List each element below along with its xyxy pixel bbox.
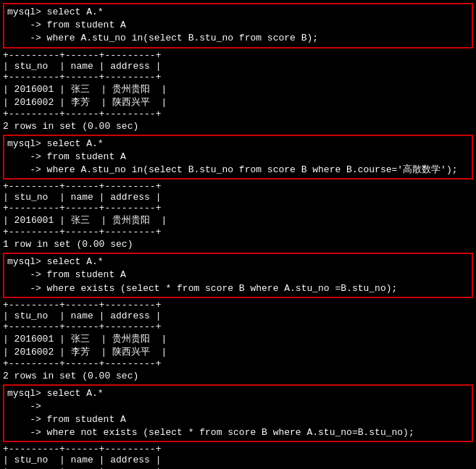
query-line-2-2: -> where A.stu_no in(select B.stu_no fro…: [7, 164, 469, 177]
table-row: | 2016001 | 张三 | 贵州贵阳 |: [3, 214, 473, 227]
query-line-1-0: mysql> select A.*: [7, 6, 469, 19]
query-line-1-1: -> from student A: [7, 19, 469, 32]
query-line-4-2: -> from student A: [7, 413, 469, 426]
status-line: 1 row in set (0.00 sec): [3, 239, 473, 250]
section-3: mysql> select A.* -> from student A -> w…: [3, 253, 473, 381]
table-sep-header: +---------+------+---------+: [3, 203, 473, 214]
table-sep-bottom: +---------+------+---------+: [3, 358, 473, 369]
table-header: | stu_no | name | address |: [3, 455, 473, 465]
table-sep-top: +---------+------+---------+: [3, 50, 473, 61]
query-block-3: mysql> select A.* -> from student A -> w…: [3, 253, 473, 298]
query-line-1-2: -> where A.stu_no in(select B.stu_no fro…: [7, 32, 469, 45]
result-block-2: +---------+------+---------+| stu_no | n…: [3, 181, 473, 237]
query-line-3-2: -> where exists (select * from score B w…: [7, 282, 469, 295]
section-2: mysql> select A.* -> from student A -> w…: [3, 135, 473, 250]
query-block-1: mysql> select A.* -> from student A -> w…: [3, 3, 473, 48]
result-block-3: +---------+------+---------+| stu_no | n…: [3, 300, 473, 369]
table-sep-header: +---------+------+---------+: [3, 72, 473, 83]
status-line: 2 rows in set (0.00 sec): [3, 371, 473, 381]
table-row: | 2016001 | 张三 | 贵州贵阳 |: [3, 83, 473, 96]
query-line-2-1: -> from student A: [7, 151, 469, 164]
table-sep-bottom: +---------+------+---------+: [3, 109, 473, 119]
terminal-window: mysql> select A.* -> from student A -> w…: [3, 3, 473, 469]
table-header: | stu_no | name | address |: [3, 310, 473, 321]
query-line-4-1: ->: [7, 400, 469, 413]
query-line-2-0: mysql> select A.*: [7, 138, 469, 151]
table-sep-header: +---------+------+---------+: [3, 465, 473, 469]
table-row: | 2016002 | 李芳 | 陕西兴平 |: [3, 345, 473, 358]
query-block-2: mysql> select A.* -> from student A -> w…: [3, 135, 473, 180]
section-4: mysql> select A.* -> -> from student A -…: [3, 384, 473, 469]
query-line-4-0: mysql> select A.*: [7, 387, 469, 400]
table-header: | stu_no | name | address |: [3, 61, 473, 72]
table-sep-bottom: +---------+------+---------+: [3, 227, 473, 237]
result-block-1: +---------+------+---------+| stu_no | n…: [3, 50, 473, 119]
table-row: | 2016002 | 李芳 | 陕西兴平 |: [3, 96, 473, 109]
status-line: 2 rows in set (0.00 sec): [3, 121, 473, 132]
query-line-4-3: -> where not exists (select * from score…: [7, 426, 469, 439]
section-1: mysql> select A.* -> from student A -> w…: [3, 3, 473, 132]
table-sep-top: +---------+------+---------+: [3, 181, 473, 192]
query-block-4: mysql> select A.* -> -> from student A -…: [3, 384, 473, 443]
table-sep-top: +---------+------+---------+: [3, 300, 473, 310]
table-sep-header: +---------+------+---------+: [3, 321, 473, 332]
table-header: | stu_no | name | address |: [3, 192, 473, 203]
table-sep-top: +---------+------+---------+: [3, 444, 473, 455]
query-line-3-1: -> from student A: [7, 269, 469, 282]
table-row: | 2016001 | 张三 | 贵州贵阳 |: [3, 332, 473, 345]
query-line-3-0: mysql> select A.*: [7, 255, 469, 269]
result-block-4: +---------+------+---------+| stu_no | n…: [3, 444, 473, 469]
